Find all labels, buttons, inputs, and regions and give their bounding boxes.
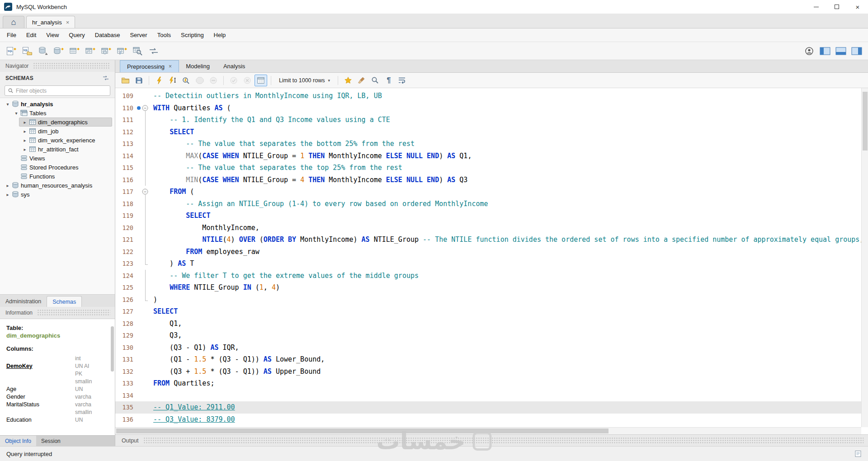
code-line-114[interactable]: 114 MAX(CASE WHEN NTILE_Group = 1 THEN M… <box>115 150 861 162</box>
tree-item-tables[interactable]: ▾Tables <box>0 108 115 118</box>
code-line-135[interactable]: 135-- Q1_Value: 2911.00 <box>115 401 861 414</box>
save-script-button[interactable] <box>132 75 145 86</box>
panel-right-icon[interactable] <box>850 45 863 57</box>
migration-icon[interactable] <box>147 45 160 57</box>
stop-button[interactable] <box>193 75 206 86</box>
code-line-133[interactable]: 133FROM Quartiles; <box>115 377 861 390</box>
new-query-tab-icon[interactable]: SQL <box>5 45 18 57</box>
menu-server[interactable]: Server <box>125 28 152 42</box>
commit-button[interactable] <box>227 75 240 86</box>
collapse-arrow-icon[interactable]: ▾ <box>13 111 19 116</box>
expand-arrow-icon[interactable]: ▸ <box>5 183 11 188</box>
expand-arrow-icon[interactable]: ▸ <box>22 147 28 152</box>
tree-item-functions[interactable]: Functions <box>0 172 115 181</box>
execute-current-button[interactable] <box>166 75 179 86</box>
tab-session[interactable]: Session <box>36 436 66 446</box>
expand-arrow-icon[interactable]: ▸ <box>22 120 28 125</box>
toggle-stop-on-error-button[interactable] <box>207 75 220 86</box>
minimize-button[interactable] <box>806 0 826 14</box>
code-line-115[interactable]: 115 -- The value that separates the top … <box>115 162 861 174</box>
create-function-icon[interactable]: f <box>115 45 129 57</box>
code-line-116[interactable]: 116 MIN(CASE WHEN NTILE_Group = 4 THEN M… <box>115 174 861 186</box>
code-line-131[interactable]: 131 (Q1 - 1.5 * (Q3 - Q1)) AS Lower_Boun… <box>115 353 861 366</box>
autocommit-button[interactable] <box>255 75 267 86</box>
code-line-126[interactable]: 126) <box>115 294 861 306</box>
scrollbar-thumb[interactable] <box>111 326 114 372</box>
fold-collapse-icon[interactable] <box>142 102 149 114</box>
menu-scripting[interactable]: Scripting <box>176 28 209 42</box>
rollback-button[interactable] <box>241 75 254 86</box>
code-line-113[interactable]: 113 -- The value that separates the bott… <box>115 138 861 150</box>
tree-item-dim-work-experience[interactable]: ▸dim_work_experience <box>0 136 115 145</box>
editor-tab-preprocessing[interactable]: Preprocessing× <box>120 60 179 72</box>
tree-item-stored-procedures[interactable]: Stored Procedures <box>0 163 115 172</box>
code-line-118[interactable]: 118 -- Assign an NTILE_Group (1-4) to ev… <box>115 198 861 210</box>
open-sql-script-icon[interactable]: SQL <box>20 45 34 57</box>
expand-arrow-icon[interactable]: ▸ <box>22 129 28 134</box>
code-line-110[interactable]: 110WITH Quartiles AS ( <box>115 102 861 114</box>
tab-schemas[interactable]: Schemas <box>47 296 82 307</box>
code-line-112[interactable]: 112 SELECT <box>115 126 861 138</box>
code-line-130[interactable]: 130 (Q3 - Q1) AS IQR, <box>115 342 861 354</box>
code-line-129[interactable]: 129 Q3, <box>115 329 861 342</box>
menu-query[interactable]: Query <box>64 28 90 42</box>
home-tab[interactable]: ⌂ <box>3 16 24 28</box>
code-line-119[interactable]: 119 SELECT <box>115 210 861 222</box>
execute-all-button[interactable] <box>153 75 165 86</box>
code-line-125[interactable]: 125 WHERE NTILE_Group IN (1, 4) <box>115 282 861 294</box>
menu-tools[interactable]: Tools <box>152 28 176 42</box>
code-line-117[interactable]: 117 FROM ( <box>115 186 861 198</box>
code-line-109[interactable]: 109-- Detectiin outliers in MonthlyIncom… <box>115 90 861 102</box>
menu-database[interactable]: Database <box>90 28 125 42</box>
sql-editor[interactable]: 109-- Detectiin outliers in MonthlyIncom… <box>115 88 868 427</box>
beautify-button[interactable] <box>355 75 368 86</box>
collapse-arrow-icon[interactable]: ▾ <box>5 102 11 107</box>
scrollbar-thumb[interactable] <box>116 428 609 433</box>
tree-item-human-resources-analysis[interactable]: ▸human_resources_analysis <box>0 181 115 190</box>
code-line-124[interactable]: 124 -- We filter T to get the extreme va… <box>115 270 861 282</box>
menu-edit[interactable]: Edit <box>21 28 41 42</box>
account-icon[interactable] <box>802 45 816 57</box>
save-snippet-button[interactable] <box>342 75 354 86</box>
find-button[interactable] <box>369 75 382 86</box>
create-table-icon[interactable] <box>68 45 81 57</box>
limit-rows-dropdown[interactable]: Limit to 1000 rows▾ <box>275 77 334 84</box>
wrap-text-button[interactable] <box>396 75 409 86</box>
expand-arrow-icon[interactable]: ▸ <box>22 138 28 143</box>
close-button[interactable]: × <box>847 0 868 14</box>
tree-item-views[interactable]: Views <box>0 154 115 163</box>
menu-file[interactable]: File <box>2 28 21 42</box>
connection-tab[interactable]: hr_analysis × <box>26 16 75 28</box>
editor-horizontal-scrollbar[interactable] <box>115 427 861 434</box>
invisible-chars-button[interactable]: ¶ <box>382 75 395 86</box>
code-line-122[interactable]: 122 FROM employees_raw <box>115 246 861 258</box>
close-tab-icon[interactable]: × <box>169 63 172 70</box>
output-header[interactable]: Output <box>115 434 868 446</box>
connect-db-icon[interactable] <box>36 45 50 57</box>
info-scrollbar[interactable] <box>111 322 114 433</box>
create-view-icon[interactable] <box>84 45 97 57</box>
editor-tab-modeling[interactable]: Modeling <box>179 60 217 72</box>
code-line-121[interactable]: 121 NTILE(4) OVER (ORDER BY MonthlyIncom… <box>115 234 861 246</box>
editor-vertical-scrollbar[interactable] <box>861 88 868 427</box>
output-toggle-icon[interactable] <box>854 450 862 457</box>
code-line-127[interactable]: 127SELECT <box>115 306 861 318</box>
code-line-111[interactable]: 111 -- 1. Identify the Q1 and Q3 Income … <box>115 114 861 126</box>
create-procedure-icon[interactable] <box>99 45 113 57</box>
code-line-128[interactable]: 128 Q1, <box>115 318 861 330</box>
tab-administration[interactable]: Administration <box>0 296 47 307</box>
code-line-136[interactable]: 136-- Q3_Value: 8379.00 <box>115 414 861 426</box>
search-data-icon[interactable] <box>131 45 145 57</box>
maximize-button[interactable] <box>826 0 847 14</box>
code-line-132[interactable]: 132 (Q3 + 1.5 * (Q3 - Q1)) AS Upper_Boun… <box>115 366 861 378</box>
fold-collapse-icon[interactable] <box>142 186 149 198</box>
panel-left-icon[interactable] <box>818 45 832 57</box>
reload-schemas-icon[interactable] <box>102 75 109 81</box>
tree-item-dim-demographics[interactable]: ▸dim_demographics <box>0 118 115 127</box>
close-tab-icon[interactable]: × <box>66 19 70 26</box>
code-line-120[interactable]: 120 MonthlyIncome, <box>115 222 861 234</box>
code-line-123[interactable]: 123 ) AS T <box>115 258 861 270</box>
create-schema-icon[interactable] <box>52 45 66 57</box>
tree-item-hr-analysis[interactable]: ▾hr_analysis <box>0 99 115 108</box>
editor-tab-analysis[interactable]: Analysis <box>217 60 252 72</box>
